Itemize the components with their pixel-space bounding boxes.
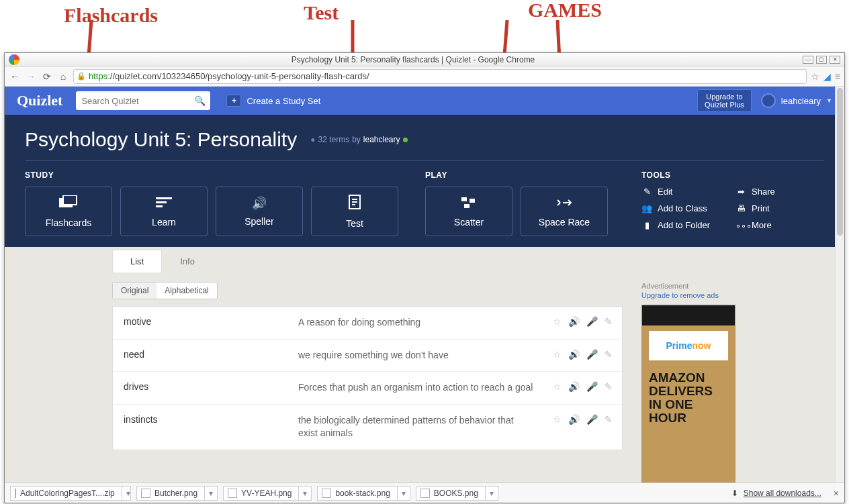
- chrome-titlebar: Psychology Unit 5: Personality flashcard…: [5, 53, 844, 66]
- chrome-menu-icon[interactable]: ≡: [835, 71, 840, 82]
- audio-icon[interactable]: 🔊: [568, 349, 580, 360]
- download-item[interactable]: BOOKS.png▾: [416, 486, 498, 501]
- close-downloads-bar[interactable]: ×: [834, 488, 839, 499]
- star-icon[interactable]: ☆: [553, 381, 562, 392]
- svg-rect-13: [461, 197, 467, 201]
- tool-share[interactable]: ➦Share: [735, 187, 816, 197]
- flashcards-button[interactable]: Flashcards: [25, 187, 112, 236]
- file-icon: [228, 489, 237, 498]
- term-row: need we require something we don't have …: [113, 340, 622, 372]
- ad-column: Advertisement Upgrade to remove ads Prim…: [641, 282, 769, 484]
- mic-icon[interactable]: 🎤: [586, 316, 598, 327]
- edit-icon[interactable]: ✎: [605, 316, 613, 327]
- chevron-down-icon[interactable]: ▾: [204, 487, 213, 500]
- chevron-down-icon[interactable]: ▾: [122, 487, 130, 500]
- speller-button[interactable]: 🔊 Speller: [216, 187, 303, 236]
- close-window-button[interactable]: ✕: [830, 56, 840, 64]
- term-name: motive: [124, 316, 298, 327]
- username: leahcleary: [781, 96, 821, 106]
- play-heading: PLAY: [425, 170, 608, 180]
- mic-icon[interactable]: 🎤: [586, 414, 598, 425]
- download-item[interactable]: Butcher.png▾: [136, 486, 218, 501]
- download-arrow-icon: ⬇: [731, 489, 738, 498]
- term-row: instincts the biologically determined pa…: [113, 405, 622, 450]
- audio-icon[interactable]: 🔊: [568, 316, 580, 327]
- mic-icon[interactable]: 🎤: [586, 349, 598, 360]
- download-item[interactable]: AdultColoringPagesT....zip▾: [10, 486, 131, 501]
- audio-icon[interactable]: 🔊: [568, 414, 580, 425]
- search-input[interactable]: [81, 96, 194, 106]
- learn-button[interactable]: Learn: [120, 187, 208, 236]
- star-icon[interactable]: ☆: [553, 414, 562, 425]
- vertical-scrollbar[interactable]: [835, 87, 844, 484]
- pencil-icon: ✎: [641, 187, 652, 197]
- minimize-button[interactable]: —: [803, 56, 813, 64]
- bookmark-star-icon[interactable]: ☆: [811, 71, 819, 82]
- ad-banner[interactable]: Primenow AMAZON DELIVERS IN ONE HOUR: [641, 305, 735, 484]
- search-box[interactable]: 🔍: [76, 91, 210, 110]
- star-icon[interactable]: ☆: [553, 316, 562, 327]
- test-icon: [349, 195, 361, 213]
- audio-icon[interactable]: 🔊: [568, 381, 580, 392]
- back-button[interactable]: ←: [9, 70, 21, 83]
- term-name: instincts: [124, 414, 298, 425]
- edit-icon[interactable]: ✎: [605, 381, 613, 392]
- window-buttons: — ▢ ✕: [803, 56, 844, 64]
- upgrade-button[interactable]: Upgrade to Quizlet Plus: [697, 89, 752, 112]
- scatter-button[interactable]: Scatter: [425, 187, 512, 236]
- home-button[interactable]: ⌂: [57, 70, 69, 83]
- avatar: [761, 93, 776, 108]
- chrome-toolbar: ← → ⟳ ⌂ 🔒 https://quizlet.com/103234650/…: [5, 66, 844, 87]
- star-icon[interactable]: ☆: [553, 349, 562, 360]
- space-race-icon: [556, 196, 572, 211]
- term-row: motive A reason for doing something ☆ 🔊 …: [113, 307, 622, 340]
- edit-icon[interactable]: ✎: [605, 349, 613, 360]
- edit-icon[interactable]: ✎: [605, 414, 613, 425]
- test-button[interactable]: Test: [311, 187, 398, 236]
- forward-button[interactable]: →: [25, 70, 37, 83]
- sort-original[interactable]: Original: [113, 283, 157, 299]
- tool-more[interactable]: ∘∘∘More: [735, 220, 816, 230]
- test-label: Test: [346, 218, 363, 229]
- search-icon[interactable]: 🔍: [194, 95, 206, 106]
- url-bar[interactable]: 🔒 https://quizlet.com/103234650/psycholo…: [73, 69, 807, 84]
- term-name: need: [124, 349, 298, 360]
- space-race-label: Space Race: [539, 217, 590, 228]
- chevron-down-icon[interactable]: ▾: [298, 487, 307, 500]
- chevron-down-icon[interactable]: ▾: [397, 487, 406, 500]
- extension-icon[interactable]: ◢: [823, 71, 831, 82]
- scatter-icon: [461, 196, 476, 211]
- study-section: STUDY Flashcards Learn: [25, 170, 398, 236]
- tool-print[interactable]: 🖶Print: [735, 203, 816, 213]
- page-viewport: Quizlet 🔍 + Create a Study Set Upgrade t…: [5, 87, 844, 484]
- term-name: drives: [124, 381, 298, 392]
- tab-list[interactable]: List: [112, 250, 162, 272]
- show-all-downloads[interactable]: Show all downloads...: [744, 489, 821, 498]
- download-item[interactable]: YV-YEAH.png▾: [223, 486, 312, 501]
- download-item[interactable]: book-stack.png▾: [317, 486, 410, 501]
- file-icon: [322, 489, 331, 498]
- create-study-set[interactable]: + Create a Study Set: [226, 95, 320, 107]
- tool-add-class[interactable]: 👥Add to Class: [641, 203, 722, 213]
- space-race-button[interactable]: Space Race: [521, 187, 608, 236]
- quizlet-logo[interactable]: Quizlet: [17, 92, 62, 109]
- mic-icon[interactable]: 🎤: [586, 381, 598, 392]
- lock-icon: 🔒: [77, 72, 86, 81]
- terms-table: motive A reason for doing something ☆ 🔊 …: [112, 306, 623, 450]
- sort-alpha[interactable]: Alphabetical: [157, 283, 216, 299]
- tool-edit[interactable]: ✎Edit: [641, 187, 722, 197]
- tool-add-folder[interactable]: ▮Add to Folder: [641, 220, 722, 230]
- tab-info[interactable]: Info: [162, 250, 213, 272]
- author-name[interactable]: leahcleary: [363, 135, 400, 144]
- reload-button[interactable]: ⟳: [41, 70, 53, 83]
- folder-icon: ▮: [641, 220, 652, 230]
- chrome-title: Psychology Unit 5: Personality flashcard…: [24, 55, 803, 64]
- chevron-down-icon[interactable]: ▾: [485, 487, 494, 500]
- set-hero: Psychology Unit 5: Personality ● 32 term…: [5, 115, 844, 247]
- term-def: A reason for doing something: [298, 316, 541, 330]
- user-menu[interactable]: leahcleary ▼: [761, 93, 832, 108]
- maximize-button[interactable]: ▢: [816, 56, 827, 64]
- download-bar: AdultColoringPagesT....zip▾ Butcher.png▾…: [5, 483, 844, 503]
- remove-ads-link[interactable]: Upgrade to remove ads: [641, 291, 769, 299]
- online-indicator-icon: [403, 138, 408, 142]
